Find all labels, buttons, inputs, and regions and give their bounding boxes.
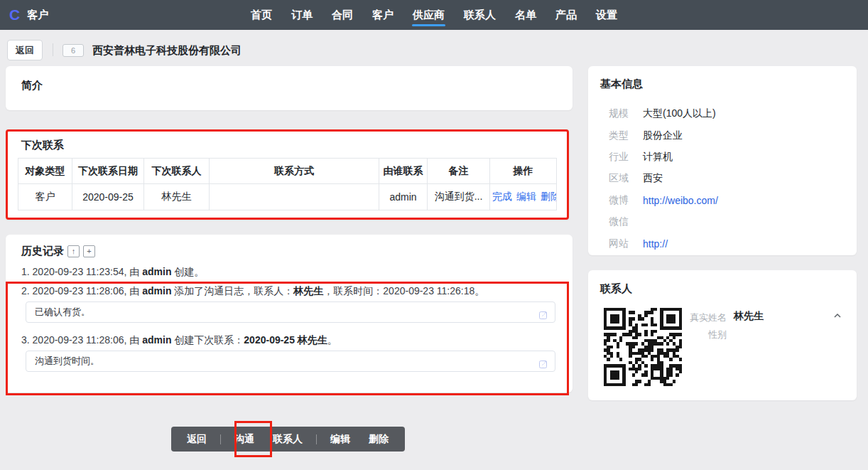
col-next-date: 下次联系日期: [72, 159, 144, 184]
main-nav: 首页 订单 合同 客户 供应商 联系人 名单 产品 设置: [0, 0, 868, 30]
nav-item-settings[interactable]: 设置: [596, 0, 617, 30]
basic-info-card: 基本信息 规模 大型(100人以上) 类型 股份企业 行业 计算机 区域 西安 …: [588, 66, 857, 255]
field-value: 大型(100人以上): [643, 107, 716, 120]
entry-user: admin: [142, 334, 171, 346]
entry-text: ，联系时间：2020-09-23 11:26:18。: [323, 285, 484, 297]
gender-label: 性别: [690, 329, 727, 341]
history-entry-3: 3. 2020-09-23 11:28:06, 由 admin 创建下次联系：2…: [21, 334, 337, 347]
cell-next-date: 2020-09-25: [72, 184, 144, 210]
divider: [316, 434, 317, 444]
divider: [220, 434, 221, 444]
basic-info-title: 基本信息: [600, 78, 643, 91]
entry-text: 1. 2020-09-23 11:23:54, 由: [21, 266, 142, 277]
col-object-type: 对象类型: [18, 159, 72, 184]
history-note-3[interactable]: 沟通到货时间。: [26, 351, 555, 372]
cell-next-person: 林先生: [144, 184, 210, 210]
contact-card: 联系人 真实姓名 林先生 性别: [588, 270, 857, 400]
edit-note-icon[interactable]: [538, 356, 548, 376]
contact-title: 联系人: [600, 282, 632, 296]
next-contact-title: 下次联系: [21, 139, 64, 152]
cell-contact-by: admin: [379, 184, 428, 210]
note-text: 已确认有货。: [35, 306, 90, 317]
website-link[interactable]: http://: [643, 238, 668, 250]
next-contact-card: 下次联系 对象类型 下次联系日期 下次联系人 联系方式 由谁联系 备注 操作 客…: [6, 129, 569, 220]
info-row-website: 网站 http://: [588, 233, 857, 254]
intro-card: 简介: [6, 66, 573, 110]
cell-actions: 完成编辑删除: [490, 184, 557, 210]
field-label: 区域: [600, 172, 629, 185]
field-label: 微博: [600, 194, 629, 207]
entry-text: 2. 2020-09-23 11:28:06, 由: [21, 285, 142, 297]
entry-next-contact: 2020-09-25 林先生: [244, 334, 327, 346]
field-label: 微信: [600, 215, 629, 228]
entry-user: admin: [142, 266, 171, 277]
field-label: 类型: [600, 129, 629, 142]
footer-communicate-button[interactable]: 沟通: [225, 427, 264, 452]
back-button[interactable]: 返回: [7, 40, 43, 60]
footer-edit-button[interactable]: 编辑: [321, 427, 359, 452]
real-name-label: 真实姓名: [690, 311, 727, 324]
weibo-link[interactable]: http://weibo.com/: [643, 195, 718, 206]
cell-note: 沟通到货...: [428, 184, 490, 210]
footer-delete-button[interactable]: 删除: [359, 427, 398, 452]
history-title: 历史记录: [21, 245, 64, 258]
next-contact-table: 对象类型 下次联系日期 下次联系人 联系方式 由谁联系 备注 操作 客户 202…: [18, 158, 557, 210]
chevron-up-icon[interactable]: [832, 311, 842, 324]
history-entry-1: 1. 2020-09-23 11:23:54, 由 admin 创建。: [21, 266, 204, 279]
note-text: 沟通到货时间。: [35, 356, 99, 366]
history-entry-2: 2. 2020-09-23 11:28:06, 由 admin 添加了沟通日志，…: [21, 285, 484, 298]
col-contact-method: 联系方式: [210, 159, 379, 184]
col-contact-by: 由谁联系: [379, 159, 428, 184]
count-badge: 6: [63, 44, 84, 57]
nav-item-suppliers[interactable]: 供应商: [413, 0, 445, 30]
history-note-2[interactable]: 已确认有货。: [26, 301, 555, 323]
entry-text: 3. 2020-09-23 11:28:06, 由: [21, 334, 142, 346]
entry-user: admin: [142, 285, 171, 297]
info-row-type: 类型 股份企业: [588, 124, 857, 146]
table-row: 客户 2020-09-25 林先生 admin 沟通到货... 完成编辑删除: [18, 184, 557, 210]
intro-title: 简介: [21, 79, 43, 92]
info-row-region: 区域 西安: [588, 168, 857, 189]
entry-text: 创建下次联系：: [171, 334, 244, 346]
cell-contact-method: [210, 184, 379, 210]
nav-item-orders[interactable]: 订单: [291, 0, 313, 30]
complete-link[interactable]: 完成: [492, 191, 512, 202]
edit-note-icon[interactable]: [538, 307, 548, 327]
collapse-up-icon[interactable]: ↑: [67, 245, 80, 257]
entry-text: 添加了沟通日志，联系人：: [171, 285, 293, 297]
entry-text: 创建。: [171, 266, 204, 277]
add-record-icon[interactable]: +: [83, 245, 95, 257]
info-row-wechat: 微信: [588, 211, 857, 233]
cell-object-type: 客户: [18, 184, 72, 210]
divider: [53, 43, 53, 56]
info-row-weibo: 微博 http://weibo.com/: [588, 190, 857, 211]
nav-item-contracts[interactable]: 合同: [332, 0, 353, 30]
entry-contact: 林先生: [293, 285, 323, 297]
nav-item-customers[interactable]: 客户: [372, 0, 394, 30]
footer-contact-button[interactable]: 联系人: [264, 427, 312, 452]
field-label: 规模: [600, 107, 629, 120]
nav-item-contacts[interactable]: 联系人: [464, 0, 496, 30]
field-value: 股份企业: [643, 129, 683, 142]
edit-link[interactable]: 编辑: [516, 191, 536, 202]
qr-code: [604, 308, 682, 386]
nav-item-lists[interactable]: 名单: [515, 0, 536, 30]
field-label: 网站: [600, 237, 629, 250]
page-title: 西安普林电子科技股份有限公司: [92, 43, 242, 58]
col-next-person: 下次联系人: [144, 159, 210, 184]
field-value: 计算机: [643, 151, 673, 164]
table-header-row: 对象类型 下次联系日期 下次联系人 联系方式 由谁联系 备注 操作: [18, 159, 557, 184]
col-note: 备注: [428, 159, 490, 184]
field-label: 行业: [600, 151, 629, 164]
field-value: 西安: [643, 172, 663, 185]
footer-actions: 返回 沟通 联系人 编辑 删除: [171, 427, 405, 452]
col-actions: 操作: [490, 159, 557, 184]
history-card: 历史记录 ↑ + 1. 2020-09-23 11:23:54, 由 admin…: [6, 235, 573, 392]
footer-back-button[interactable]: 返回: [178, 427, 216, 452]
info-row-industry: 行业 计算机: [588, 146, 857, 168]
real-name-value: 林先生: [734, 310, 764, 323]
entry-text: 。: [327, 334, 337, 346]
nav-item-products[interactable]: 产品: [555, 0, 577, 30]
nav-item-home[interactable]: 首页: [251, 0, 272, 30]
delete-link[interactable]: 删除: [541, 191, 557, 202]
